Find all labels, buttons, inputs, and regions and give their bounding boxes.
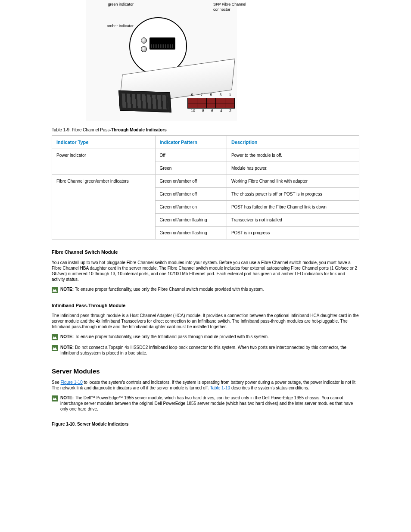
table-1-9-title: Table 1-9. Fibre Channel Pass-Through Mo… [52, 127, 359, 133]
table-row: Fibre Channel green/amber indicators Gre… [52, 175, 359, 188]
note-infiniband-1: NOTE: To ensure proper functionality, us… [52, 334, 359, 340]
amber-led-icon [141, 46, 147, 52]
server-modules-paragraph: See Figure 1-10 to locate the system's c… [52, 380, 359, 391]
note-server-modules: NOTE: The Dell™ PowerEdge™ 1955 server m… [52, 395, 359, 412]
th-description: Description [227, 136, 359, 149]
figure-1-10-title: Figure 1-10. Server Module Indicators [52, 421, 359, 427]
note-icon [52, 395, 58, 401]
svg-rect-1 [52, 334, 58, 340]
th-indicator-type: Indicator Type [52, 136, 156, 149]
table-row: Power indicator Off Power to the module … [52, 149, 359, 162]
th-indicator-pattern: Indicator Pattern [155, 136, 227, 149]
heading-infiniband: Infiniband Pass-Through Module [52, 302, 359, 308]
table-header-row: Indicator Type Indicator Pattern Descrip… [52, 136, 359, 149]
port-number-map: 9 7 5 3 1 10 8 6 4 2 [187, 93, 235, 113]
svg-rect-0 [52, 287, 58, 293]
fc-passthrough-figure: green indicator amber indicator SFP Fibr… [86, 0, 237, 121]
link-table-1-10[interactable]: Table 1-10 [210, 386, 230, 390]
label-amber-indicator: amber indicator [99, 24, 134, 29]
heading-server-modules: Server Modules [52, 367, 359, 376]
link-figure-1-10[interactable]: Figure 1-10 [61, 380, 83, 385]
svg-rect-2 [52, 345, 58, 351]
green-led-icon [141, 37, 147, 44]
note-fc-switch: NOTE: To ensure proper functionality, us… [52, 286, 359, 293]
sfp-connector-icon [149, 37, 175, 50]
svg-rect-3 [52, 395, 58, 401]
fc-switch-paragraph: You can install up to two hot-pluggable … [52, 260, 359, 282]
infiniband-paragraph: The Infiniband pass-through module is a … [52, 313, 359, 330]
note-icon [52, 345, 58, 351]
fc-passthrough-indicators-table: Indicator Type Indicator Pattern Descrip… [52, 135, 359, 240]
heading-fc-switch: Fibre Channel Switch Module [52, 249, 359, 255]
label-green-indicator: green indicator [99, 2, 134, 7]
note-icon [52, 334, 58, 340]
label-sfp-connector: SFP Fibre Channel connector [213, 2, 248, 12]
note-icon [52, 287, 58, 293]
note-infiniband-2: NOTE: Do not connect a Topspin 4x HSSDC2… [52, 345, 359, 356]
